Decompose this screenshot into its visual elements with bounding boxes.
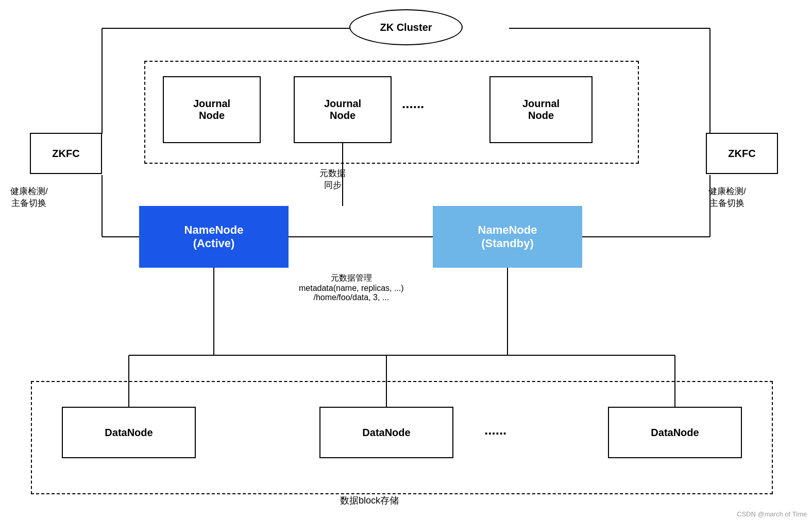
datanode-1-label: DataNode — [105, 427, 153, 439]
zk-cluster-label: ZK Cluster — [380, 22, 432, 33]
health-check-right-label: 健康检测/主备切换 — [708, 185, 746, 209]
zkfc-left-node: ZKFC — [30, 133, 102, 174]
journal-node-1: JournalNode — [163, 76, 261, 143]
metadata-sync-label: 元数据同步 — [319, 167, 346, 191]
datanode-3-label: DataNode — [651, 427, 699, 439]
datanode-2-label: DataNode — [362, 427, 410, 439]
zk-cluster-node: ZK Cluster — [349, 9, 463, 45]
csdn-watermark: CSDN @march of Time — [737, 510, 807, 518]
journal-node-3-label: JournalNode — [522, 98, 560, 122]
diagram-container: ZK Cluster JournalNode JournalNode .....… — [0, 0, 812, 520]
namenode-standby-node: NameNode(Standby) — [433, 206, 582, 268]
namenode-active-node: NameNode(Active) — [139, 206, 289, 268]
journal-node-3: JournalNode — [489, 76, 593, 143]
metadata-manage-label: 元数据管理metadata(name, replicas, ...)/home/… — [299, 273, 404, 302]
namenode-active-label: NameNode(Active) — [184, 223, 244, 250]
health-check-left-label: 健康检测/主备切换 — [10, 185, 48, 209]
journal-node-2: JournalNode — [294, 76, 392, 143]
namenode-standby-label: NameNode(Standby) — [478, 223, 537, 250]
zkfc-right-node: ZKFC — [706, 133, 778, 174]
journal-node-1-label: JournalNode — [193, 98, 230, 122]
zkfc-right-label: ZKFC — [728, 148, 755, 160]
data-block-storage-label: 数据block存储 — [340, 494, 399, 507]
datanode-2: DataNode — [319, 407, 453, 458]
datanode-1: DataNode — [62, 407, 196, 458]
data-ellipsis: ...... — [484, 422, 506, 438]
zkfc-left-label: ZKFC — [52, 148, 79, 160]
journal-node-2-label: JournalNode — [324, 98, 361, 122]
datanode-3: DataNode — [608, 407, 742, 458]
journal-ellipsis: ...... — [402, 96, 424, 112]
